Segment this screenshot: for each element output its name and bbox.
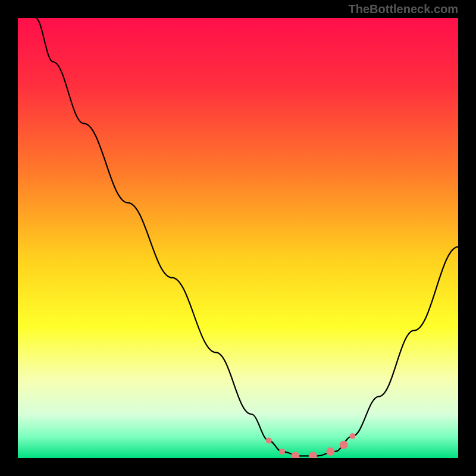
- highlight-dot: [340, 441, 348, 449]
- chart-svg: [18, 18, 458, 458]
- chart-container: [18, 18, 458, 458]
- gradient-background: [18, 18, 458, 458]
- watermark-text: TheBottleneck.com: [349, 2, 458, 16]
- highlight-dot: [349, 433, 355, 439]
- highlight-dot: [279, 449, 285, 455]
- highlight-dot: [326, 447, 334, 456]
- highlight-dot: [266, 437, 272, 443]
